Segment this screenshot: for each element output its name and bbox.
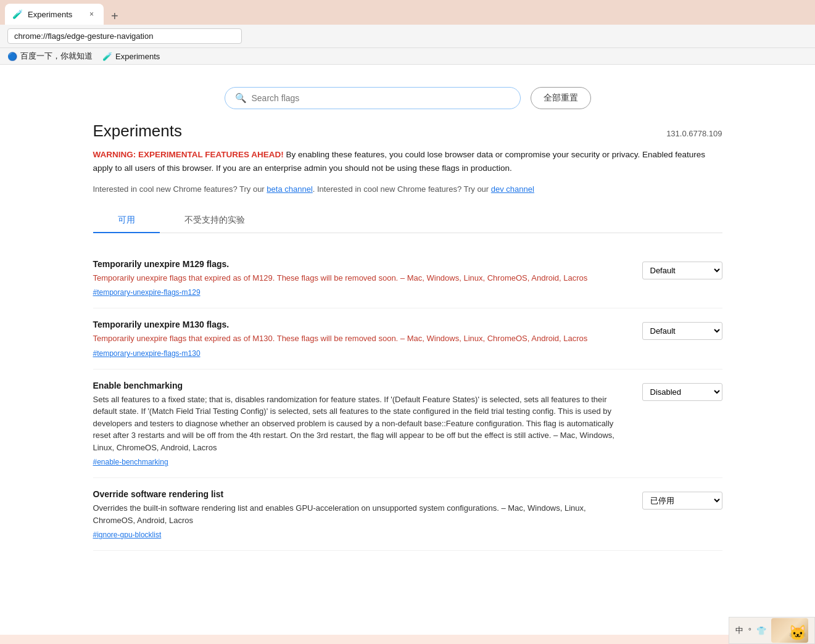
table-row: Enable benchmarking Sets all features to…	[93, 369, 722, 479]
tray-degree: °	[748, 626, 751, 635]
page-content: 🔍 全部重置 Experiments 131.0.6778.109 WARNIN…	[0, 65, 815, 635]
flag-m129-select[interactable]: Default Enabled Disabled	[642, 262, 722, 279]
tab-unsupported[interactable]: 不受支持的实验	[160, 208, 270, 233]
tab-available[interactable]: 可用	[93, 208, 160, 233]
flag-m129-control: Default Enabled Disabled	[642, 259, 722, 279]
dev-channel-link[interactable]: dev channel	[491, 184, 534, 194]
system-tray: 中 ° 👕	[729, 617, 815, 635]
flag-benchmarking-desc: Sets all features to a fixed state; that…	[93, 394, 630, 454]
flag-gpu-info: Override software rendering list Overrid…	[93, 489, 630, 539]
table-row: Temporarily unexpire M130 flags. Tempora…	[93, 308, 722, 369]
search-icon: 🔍	[235, 93, 247, 104]
address-bar	[0, 25, 815, 48]
tabs-row: 可用 不受支持的实验	[93, 208, 722, 233]
flag-gpu-select[interactable]: Default 已启用 已停用	[642, 492, 722, 510]
bookmarks-bar: 🔵 百度一下，你就知道 🧪 Experiments	[0, 48, 815, 65]
tab-icon: 🧪	[12, 9, 23, 19]
address-input[interactable]	[7, 28, 242, 44]
flag-benchmarking-control: Default Enabled Disabled	[642, 381, 722, 401]
warning-prefix: WARNING: EXPERIMENTAL FEATURES AHEAD!	[93, 150, 284, 159]
search-input[interactable]	[252, 93, 510, 103]
interested-text-2: . Interested in cool new Chrome features…	[313, 184, 491, 194]
flag-m129-anchor[interactable]: #temporary-unexpire-flags-m129	[93, 288, 201, 297]
beta-channel-link[interactable]: beta channel	[267, 184, 312, 194]
bookmark-baidu[interactable]: 🔵 百度一下，你就知道	[7, 51, 93, 62]
version-text: 131.0.6778.109	[666, 129, 722, 138]
flags-list: Temporarily unexpire M129 flags. Tempora…	[93, 248, 722, 551]
baidu-icon: 🔵	[7, 52, 17, 61]
tab-bar: 🧪 Experiments × +	[0, 0, 815, 25]
search-box-container: 🔍	[225, 87, 521, 109]
page-title: Experiments	[93, 122, 183, 141]
flag-m130-select[interactable]: Default Enabled Disabled	[642, 322, 722, 340]
tray-pet-image	[771, 618, 808, 635]
tray-text-zh: 中	[735, 625, 743, 635]
tray-shirt-icon: 👕	[756, 626, 766, 635]
flag-benchmarking-select[interactable]: Default Enabled Disabled	[642, 383, 722, 401]
flag-gpu-control: Default 已启用 已停用	[642, 489, 722, 510]
table-row: Override software rendering list Overrid…	[93, 478, 722, 551]
flag-m130-name: Temporarily unexpire M130 flags.	[93, 320, 630, 329]
flag-m129-name: Temporarily unexpire M129 flags.	[93, 259, 630, 269]
experiments-header: Experiments 131.0.6778.109	[93, 122, 722, 141]
new-tab-button[interactable]: +	[106, 7, 123, 25]
flag-benchmarking-info: Enable benchmarking Sets all features to…	[93, 381, 630, 467]
warning-block: WARNING: EXPERIMENTAL FEATURES AHEAD! By…	[93, 148, 722, 175]
table-row: Temporarily unexpire M129 flags. Tempora…	[93, 248, 722, 309]
flag-m130-anchor[interactable]: #temporary-unexpire-flags-m130	[93, 349, 201, 358]
flag-benchmarking-anchor[interactable]: #enable-benchmarking	[93, 458, 168, 466]
baidu-label: 百度一下，你就知道	[20, 51, 93, 62]
interested-text-1: Interested in cool new Chrome features? …	[93, 184, 267, 194]
flag-gpu-name: Override software rendering list	[93, 489, 630, 499]
search-area: 🔍 全部重置	[0, 77, 815, 122]
experiments-bookmark-icon: 🧪	[102, 52, 112, 61]
flag-m130-info: Temporarily unexpire M130 flags. Tempora…	[93, 320, 630, 358]
experiments-container: Experiments 131.0.6778.109 WARNING: EXPE…	[68, 122, 747, 551]
bookmark-experiments[interactable]: 🧪 Experiments	[102, 52, 160, 61]
flag-m129-desc: Temporarily unexpire flags that expired …	[93, 272, 630, 284]
flag-m129-info: Temporarily unexpire M129 flags. Tempora…	[93, 259, 630, 297]
experiments-bookmark-label: Experiments	[115, 52, 160, 61]
tab-label: Experiments	[28, 10, 82, 19]
flag-gpu-anchor[interactable]: #ignore-gpu-blocklist	[93, 530, 162, 539]
active-tab[interactable]: 🧪 Experiments ×	[5, 4, 104, 25]
flag-gpu-desc: Overrides the built-in software renderin…	[93, 502, 630, 526]
flag-m130-desc: Temporarily unexpire flags that expired …	[93, 332, 630, 345]
interested-block: Interested in cool new Chrome features? …	[93, 183, 722, 196]
flag-m130-control: Default Enabled Disabled	[642, 320, 722, 340]
close-tab-button[interactable]: ×	[87, 9, 96, 20]
flag-benchmarking-name: Enable benchmarking	[93, 381, 630, 390]
reset-all-button[interactable]: 全部重置	[531, 87, 591, 109]
